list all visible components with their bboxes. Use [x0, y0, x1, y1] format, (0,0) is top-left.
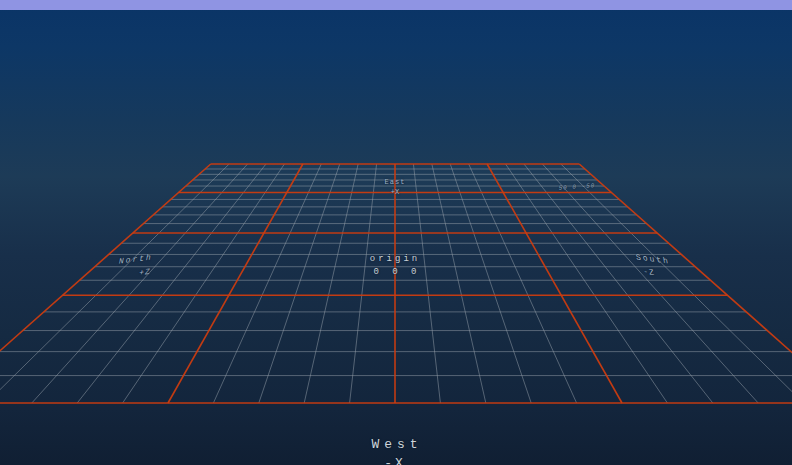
origin-label: origin	[370, 254, 420, 264]
west-axis-label: -X	[384, 456, 406, 465]
3d-viewport[interactable]: East +X 50 0 -50 North +Z origin 0 0 0 S…	[0, 0, 792, 465]
south-axis-label: -Z	[642, 267, 655, 278]
east-label: East	[385, 178, 406, 186]
west-label: West	[371, 437, 422, 452]
east-axis-label: +X	[391, 188, 399, 196]
ground-grid	[0, 0, 792, 465]
north-axis-label: +Z	[138, 267, 151, 278]
grid-minor-line	[542, 164, 758, 403]
origin-coordinates: 0 0 0	[373, 267, 420, 277]
grid-minor-line	[32, 164, 248, 403]
top-accent-bar	[0, 0, 792, 10]
